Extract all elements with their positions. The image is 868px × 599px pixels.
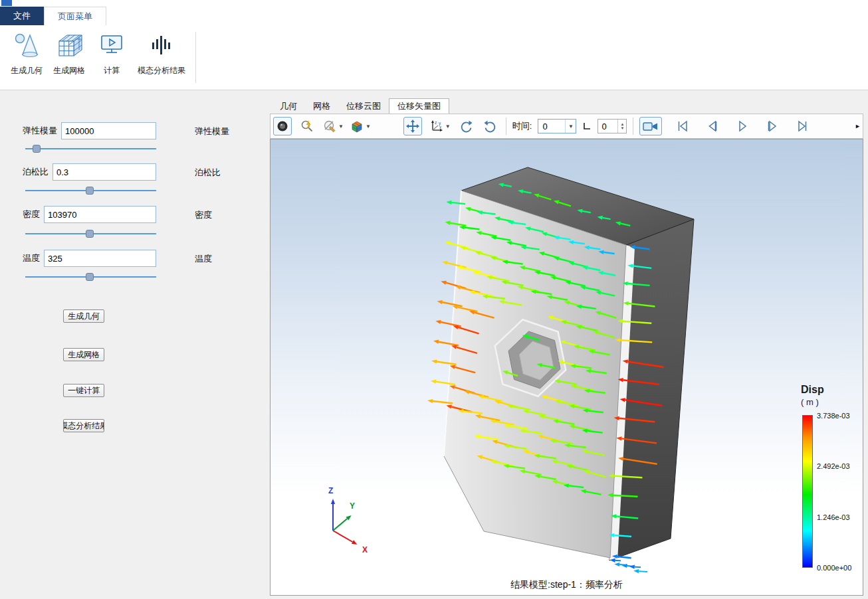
temperature-slider[interactable] <box>25 273 156 282</box>
density-input[interactable] <box>44 206 156 223</box>
modal-results-action-button[interactable]: 模态分析结果 <box>63 419 104 432</box>
time-label: 时间: <box>512 120 532 132</box>
slider-thumb[interactable] <box>33 145 41 153</box>
chevron-down-icon: ▼ <box>366 124 371 129</box>
tab-file[interactable]: 文件 <box>0 7 44 25</box>
tab-displacement-vector[interactable]: 位移矢量图 <box>389 98 449 114</box>
menu-tab-bar: 文件 页面菜单 <box>0 7 868 25</box>
legend-tick-2: 2.492e-03 <box>817 462 850 470</box>
toolbar-separator <box>633 118 633 135</box>
rotate-cw-button[interactable] <box>457 117 475 135</box>
toolbar-separator <box>506 118 506 135</box>
elastic-modulus-mirror-label: 弹性模量 <box>195 126 229 137</box>
legend-title: Disp <box>797 384 862 396</box>
chevron-down-icon[interactable]: ▼ <box>565 120 576 133</box>
tab-page-menu[interactable]: 页面菜单 <box>44 7 106 25</box>
poisson-ratio-input[interactable] <box>53 163 156 181</box>
zoom-button[interactable] <box>298 117 316 135</box>
ribbon-separator <box>195 32 196 83</box>
compute-label: 计算 <box>104 65 120 76</box>
temperature-input[interactable] <box>44 250 156 267</box>
axis-orientation-icon: z y x <box>428 119 444 133</box>
compute-icon <box>97 31 126 61</box>
tab-geometry[interactable]: 几何 <box>272 98 305 114</box>
legend-tick-min: 0.000e+00 <box>817 564 851 572</box>
density-slider[interactable] <box>25 230 156 238</box>
rotate-ccw-button[interactable] <box>481 117 500 135</box>
poisson-ratio-label: 泊松比 <box>23 166 49 178</box>
mesh-icon <box>54 31 84 61</box>
elastic-modulus-slider[interactable] <box>25 145 156 153</box>
geometry-icon <box>12 31 41 61</box>
corner-bracket-icon <box>582 122 592 131</box>
titlebar <box>0 0 868 7</box>
svg-text:z: z <box>435 120 437 125</box>
colored-cube-icon <box>350 119 364 133</box>
generate-mesh-label: 生成网格 <box>53 65 85 76</box>
spin-down-icon[interactable]: ▼ <box>620 126 624 130</box>
viewport-3d[interactable]: ZXY Disp ( m ) 3.738e-03 2.492e-03 1.246… <box>270 139 863 596</box>
viewport-toolbar: ▼ ▼ <box>270 114 863 139</box>
generate-mesh-button[interactable]: 生成网格 <box>48 29 90 88</box>
visibility-dropdown[interactable]: ▼ <box>322 119 344 133</box>
svg-text:x: x <box>439 125 442 129</box>
spinner-arrows[interactable]: ▲ ▼ <box>617 120 626 133</box>
axis-view-dropdown[interactable]: z y x ▼ <box>428 119 451 133</box>
time-select-value: 0 <box>542 122 547 131</box>
legend-tick-3: 1.246e-03 <box>817 513 850 521</box>
density-mirror-label: 密度 <box>195 209 212 221</box>
play-button[interactable] <box>733 117 752 135</box>
generate-mesh-action-button[interactable]: 生成网格 <box>63 348 104 361</box>
frame-spinner[interactable]: 0 ▲ ▼ <box>597 119 627 133</box>
ribbon: 生成几何 生成网格 计算 <box>0 25 868 90</box>
density-label: 密度 <box>23 209 40 220</box>
legend-colorbar <box>802 415 813 568</box>
modal-results-button[interactable]: 模态分析结果 <box>133 29 190 88</box>
svg-text:Z: Z <box>328 486 333 495</box>
temperature-mirror-label: 温度 <box>195 253 212 265</box>
tab-displacement-contour[interactable]: 位移云图 <box>338 98 389 114</box>
poisson-ratio-slider[interactable] <box>25 187 156 195</box>
view-tab-bar: 几何 网格 位移云图 位移矢量图 <box>272 98 449 114</box>
toolbar-overflow-icon[interactable]: ► <box>855 123 861 129</box>
fit-view-button[interactable] <box>403 117 422 135</box>
field-poisson-ratio: 泊松比 <box>23 163 156 181</box>
generate-geometry-action-button[interactable]: 生成几何 <box>63 309 104 323</box>
legend-body: 3.738e-03 2.492e-03 1.246e-03 0.000e+00 <box>797 415 862 574</box>
animate-button[interactable] <box>639 117 662 135</box>
time-select[interactable]: 0 ▼ <box>538 119 576 133</box>
hide-item-icon <box>322 119 337 133</box>
skip-start-button[interactable] <box>673 117 692 135</box>
elastic-modulus-input[interactable] <box>61 122 156 139</box>
snapshot-button[interactable] <box>273 117 292 135</box>
step-back-button[interactable] <box>703 117 722 135</box>
slider-thumb[interactable] <box>86 273 94 281</box>
colormap-dropdown[interactable]: ▼ <box>350 119 371 133</box>
skip-end-button[interactable] <box>793 117 812 135</box>
main-area: 几何 网格 位移云图 位移矢量图 ▼ <box>269 90 868 599</box>
elastic-modulus-label: 弹性模量 <box>23 125 57 137</box>
chevron-down-icon: ▼ <box>445 124 451 129</box>
viewport-3d-scene[interactable]: ZXY <box>271 139 863 595</box>
one-click-compute-button[interactable]: 一键计算 <box>63 384 104 397</box>
modal-results-label: 模态分析结果 <box>138 65 185 76</box>
slider-track[interactable] <box>25 148 156 149</box>
generate-geometry-button[interactable]: 生成几何 <box>5 29 48 88</box>
app-icon <box>1 0 12 6</box>
result-model-caption: 结果模型:step-1：频率分析 <box>271 579 863 591</box>
modal-results-icon <box>147 31 176 61</box>
field-elastic-modulus: 弹性模量 <box>23 122 156 139</box>
slider-thumb[interactable] <box>86 230 94 238</box>
content: 弹性模量 弹性模量 泊松比 泊松比 密度 密度 温度 <box>0 90 868 599</box>
svg-text:X: X <box>362 545 368 555</box>
compute-button[interactable]: 计算 <box>90 29 133 88</box>
tab-mesh[interactable]: 网格 <box>305 98 338 114</box>
slider-thumb[interactable] <box>86 187 94 195</box>
temperature-label: 温度 <box>23 252 40 264</box>
svg-text:Y: Y <box>350 501 355 511</box>
step-forward-button[interactable] <box>763 117 782 135</box>
field-temperature: 温度 <box>23 250 156 267</box>
field-density: 密度 <box>23 206 156 223</box>
legend-unit: ( m ) <box>797 397 862 407</box>
frame-spinner-value: 0 <box>598 120 617 133</box>
